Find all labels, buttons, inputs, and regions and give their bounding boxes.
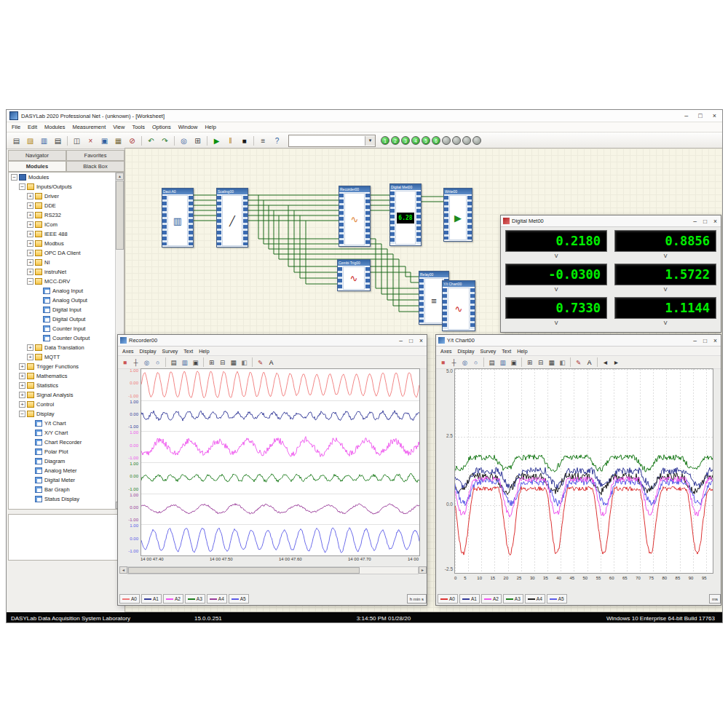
layout-icon[interactable]: ▦ [546, 357, 557, 368]
copy-icon[interactable]: ▣ [190, 357, 201, 368]
tree-item-mqtt[interactable]: +MQTT [9, 352, 116, 362]
grid-icon[interactable]: ⊞ [524, 357, 535, 368]
function-led-6[interactable]: 6 [432, 136, 440, 145]
layout-icon[interactable]: ▦ [228, 357, 239, 368]
scale-icon[interactable]: ⊟ [535, 357, 546, 368]
menu-item-modules[interactable]: Modules [41, 124, 68, 130]
maximize-icon[interactable]: □ [409, 337, 413, 344]
menu-item-edit[interactable]: Edit [24, 124, 41, 130]
digital-meter-window[interactable]: Digital Met00 – □ × 0.2180V0.8856V-0.030… [500, 215, 721, 333]
help-icon[interactable]: ? [271, 135, 283, 147]
options-icon[interactable]: ≡ [257, 135, 269, 147]
minimize-icon[interactable]: – [399, 337, 403, 344]
delete-icon[interactable]: ■ [438, 357, 448, 368]
module-search-icon[interactable]: ◎ [178, 135, 190, 147]
cut-icon[interactable]: × [84, 135, 97, 147]
close-icon[interactable]: × [713, 337, 717, 344]
tree-item-icom[interactable]: +ICom [9, 220, 116, 229]
undo-icon[interactable]: ↶ [145, 135, 157, 147]
tree-item-counter-input[interactable]: Counter Input [9, 324, 116, 333]
zoom-in-icon[interactable]: ◎ [141, 357, 152, 368]
tree-item-statistics[interactable]: +Statistics [9, 381, 116, 390]
tree-item-analog-output[interactable]: Analog Output [9, 296, 116, 305]
minimize-icon[interactable]: – [684, 112, 688, 119]
tree-item-digital-input[interactable]: Digital Input [9, 305, 116, 314]
tab-modules[interactable]: Modules [8, 161, 66, 172]
tree-item-digital-output[interactable]: Digital Output [9, 314, 116, 324]
print-icon[interactable]: ▤ [168, 357, 179, 368]
yt-chart-title-bar[interactable]: Y/t Chart00 – □ × [436, 335, 721, 347]
tree-item-status-display[interactable]: Status Display [9, 494, 116, 504]
tab-favorites[interactable]: Favorites [66, 150, 124, 161]
save-icon[interactable]: ▥ [497, 357, 508, 368]
grid-icon[interactable]: ⊞ [206, 357, 217, 368]
tree-item-bar-graph[interactable]: Bar Graph [9, 485, 116, 494]
menu-item-display[interactable]: Display [455, 349, 478, 354]
function-led-off-4[interactable] [472, 136, 481, 145]
function-led-off-3[interactable] [462, 136, 471, 145]
tree-item-y-t-chart[interactable]: Y/t Chart [9, 419, 116, 428]
pause-measurement-icon[interactable]: ‖ [224, 135, 237, 147]
tree-item-trigger-functions[interactable]: +Trigger Functions [9, 362, 116, 371]
tree-item-analog-meter[interactable]: Analog Meter [9, 466, 116, 475]
tree-item-diagram[interactable]: Diagram [9, 456, 116, 466]
scrollbar-thumb[interactable] [116, 181, 124, 250]
menu-item-text[interactable]: Text [499, 349, 514, 354]
open-worksheet-icon[interactable]: ▨ [24, 135, 36, 147]
toolbar-combobox[interactable]: ▾ [288, 135, 376, 147]
close-icon[interactable]: × [713, 218, 717, 225]
function-led-1[interactable]: 1 [381, 136, 389, 145]
scroll-left-icon[interactable]: ◄ [119, 566, 127, 574]
delete-icon[interactable]: ■ [119, 357, 130, 368]
scroll-right-icon[interactable]: ► [419, 566, 427, 574]
tree-item-ieee-488[interactable]: +IEEE 488 [9, 229, 116, 239]
tree-item-driver[interactable]: +Driver [9, 191, 116, 201]
module-block-combi-trig00[interactable]: Combi Trig00∿ [337, 259, 371, 291]
function-led-off-1[interactable] [442, 136, 451, 145]
menu-item-text[interactable]: Text [181, 349, 196, 354]
pen-icon[interactable]: ✎ [255, 357, 266, 368]
zoom-out-icon[interactable]: ○ [470, 357, 481, 368]
tree-item-control[interactable]: +Control [9, 400, 116, 409]
scrollbar-track[interactable] [127, 566, 419, 574]
tree-item-instrunet[interactable]: +instruNet [9, 267, 116, 277]
menu-item-survey[interactable]: Survey [478, 349, 499, 354]
menu-item-help[interactable]: Help [201, 124, 219, 130]
menu-item-measurement[interactable]: Measurement [68, 124, 109, 130]
minimize-icon[interactable]: – [693, 218, 697, 225]
tree-item-inputs-outputs[interactable]: −Inputs/Outputs [9, 182, 116, 191]
cursor-icon[interactable]: ┼ [130, 357, 141, 368]
tree-item-signal-analysis[interactable]: +Signal Analysis [9, 390, 116, 400]
module-block-recorder00[interactable]: Recorder00∿ [339, 186, 371, 247]
tree-item-x-y-chart[interactable]: X/Y Chart [9, 428, 116, 438]
module-block-dact-a0[interactable]: Dact A0▥ [162, 188, 194, 248]
function-led-off-2[interactable] [452, 136, 461, 145]
menu-item-window[interactable]: Window [175, 124, 202, 130]
function-led-3[interactable]: 3 [401, 136, 410, 145]
menu-item-survey[interactable]: Survey [159, 349, 181, 354]
tree-item-chart-recorder[interactable]: Chart Recorder [9, 438, 116, 447]
maximize-icon[interactable]: □ [703, 337, 707, 344]
scroll-up-icon[interactable]: ▲ [116, 173, 124, 180]
tree-item-display[interactable]: −Display [9, 409, 116, 419]
zoom-out-icon[interactable]: ○ [152, 357, 163, 368]
yt-chart-window[interactable]: Y/t Chart00 – □ × AxesDisplaySurveyTextH… [435, 334, 721, 606]
menu-item-tools[interactable]: Tools [128, 124, 149, 130]
menu-item-view[interactable]: View [109, 124, 128, 130]
pen-icon[interactable]: ✎ [573, 357, 584, 368]
redo-icon[interactable]: ↷ [159, 135, 171, 147]
module-block-y-t-chart00[interactable]: Y/t Chart00∿ [442, 280, 475, 331]
black-box-icon[interactable]: ◫ [71, 135, 83, 147]
new-worksheet-icon[interactable]: ▤ [10, 135, 23, 147]
scroll-left-icon[interactable]: ◄ [600, 357, 611, 368]
menu-item-axes[interactable]: Axes [119, 349, 137, 354]
tab-black-box[interactable]: Black Box [66, 161, 124, 172]
zoom-in-icon[interactable]: ◎ [459, 357, 470, 368]
print-icon[interactable]: ▤ [486, 357, 497, 368]
save-worksheet-icon[interactable]: ▥ [38, 135, 50, 147]
maximize-icon[interactable]: □ [698, 112, 702, 119]
close-icon[interactable]: × [419, 337, 423, 344]
stop-measurement-icon[interactable]: ■ [238, 135, 250, 147]
maximize-icon[interactable]: □ [703, 218, 707, 225]
text-icon[interactable]: A [266, 357, 277, 368]
